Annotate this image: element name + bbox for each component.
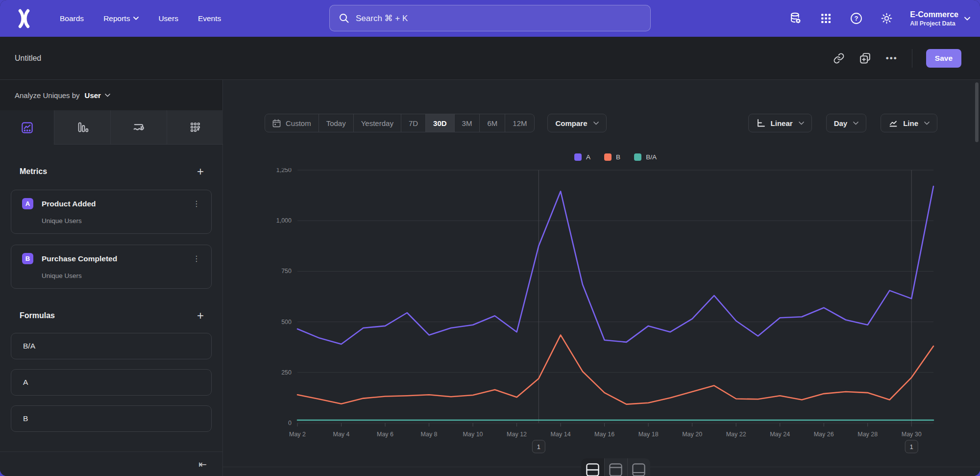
- legend-label: A: [586, 153, 590, 161]
- metric-name: Product Added: [42, 200, 181, 208]
- add-formula-button[interactable]: +: [193, 308, 208, 323]
- tab-funnels[interactable]: [54, 110, 110, 145]
- sidebar-content: Metrics + A Product Added ⋮ Unique Users…: [0, 145, 222, 476]
- range-custom[interactable]: Custom: [265, 114, 318, 132]
- more-options-icon[interactable]: •••: [885, 52, 898, 65]
- analyze-entity-dropdown[interactable]: User: [85, 91, 110, 100]
- search-icon: [339, 13, 349, 24]
- top-nav-bar: Boards Reports Users Events Search ⌘ + K: [0, 0, 980, 37]
- svg-text:500: 500: [281, 319, 292, 326]
- legend-item-a[interactable]: A: [574, 153, 590, 161]
- mixpanel-logo-icon[interactable]: [15, 8, 33, 29]
- chart-type-label: Line: [903, 119, 918, 127]
- linear-axis-icon: [756, 118, 766, 128]
- chart-panel: Custom Today Yesterday 7D 30D 3M 6M 12M …: [223, 80, 980, 476]
- metric-badge: A: [22, 198, 33, 209]
- line-chart-icon: [888, 118, 898, 128]
- duplicate-icon[interactable]: [859, 52, 872, 65]
- svg-text:0: 0: [288, 420, 292, 426]
- search-placeholder: Search ⌘ + K: [356, 13, 408, 24]
- scrollbar-thumb[interactable]: [975, 82, 979, 142]
- nav-users[interactable]: Users: [150, 9, 186, 28]
- nav-boards[interactable]: Boards: [52, 9, 92, 28]
- retention-dots-icon: [189, 121, 202, 134]
- nav-reports[interactable]: Reports: [96, 9, 147, 28]
- analyze-entity-value: User: [85, 91, 101, 100]
- sidebar-footer: ⇤: [0, 451, 222, 476]
- settings-gear-icon[interactable]: [880, 12, 893, 25]
- chevron-down-icon: [593, 122, 599, 125]
- legend-item-b[interactable]: B: [604, 153, 620, 161]
- nav-label: Reports: [103, 14, 130, 23]
- interval-label: Day: [834, 119, 848, 127]
- top-right-actions: ? E-Commerce All Project Data: [788, 0, 970, 37]
- save-button[interactable]: Save: [926, 49, 961, 68]
- tab-insights[interactable]: [0, 110, 54, 145]
- report-type-tabs: [0, 110, 222, 145]
- scale-dropdown[interactable]: Linear: [748, 114, 812, 132]
- chevron-down-icon: [924, 122, 930, 125]
- chevron-down-icon: [105, 94, 110, 97]
- chart-legend: ABB/A: [297, 153, 933, 161]
- range-30d[interactable]: 30D: [425, 114, 454, 132]
- metrics-section-title: Metrics: [20, 167, 47, 176]
- formula-card[interactable]: B/A: [11, 333, 212, 359]
- metric-options-icon[interactable]: ⋮: [190, 254, 203, 263]
- legend-item-b-a[interactable]: B/A: [634, 153, 657, 161]
- metric-name: Purchase Completed: [42, 254, 181, 263]
- metric-options-icon[interactable]: ⋮: [190, 199, 203, 208]
- line-chart[interactable]: 02505007501,0001,250May 2May 4May 6May 8…: [223, 168, 980, 467]
- range-12m[interactable]: 12M: [505, 114, 534, 132]
- svg-text:1: 1: [537, 443, 540, 451]
- range-today[interactable]: Today: [318, 114, 353, 132]
- nav-label: Boards: [60, 14, 84, 23]
- svg-text:May 24: May 24: [770, 431, 790, 438]
- chart-type-dropdown[interactable]: Line: [881, 114, 937, 132]
- svg-text:May 22: May 22: [726, 431, 746, 438]
- range-yesterday[interactable]: Yesterday: [353, 114, 401, 132]
- project-scope: All Project Data: [910, 20, 958, 27]
- collapse-sidebar-icon[interactable]: ⇤: [198, 458, 207, 470]
- nav-events[interactable]: Events: [190, 9, 229, 28]
- metric-aggregation[interactable]: Unique Users: [42, 272, 203, 279]
- svg-text:May 10: May 10: [463, 431, 483, 438]
- range-7d[interactable]: 7D: [401, 114, 425, 132]
- svg-text:May 2: May 2: [289, 431, 306, 438]
- interval-dropdown[interactable]: Day: [826, 114, 867, 132]
- range-6m[interactable]: 6M: [479, 114, 505, 132]
- svg-text:May 14: May 14: [551, 431, 571, 438]
- app-window: Boards Reports Users Events Search ⌘ + K: [0, 0, 980, 476]
- formula-card[interactable]: A: [11, 369, 212, 396]
- copy-link-icon[interactable]: [833, 52, 845, 65]
- calendar-icon: [272, 119, 281, 128]
- tab-retention[interactable]: [167, 110, 223, 145]
- project-switcher[interactable]: E-Commerce All Project Data: [910, 10, 970, 27]
- svg-text:May 8: May 8: [421, 431, 438, 438]
- search-input[interactable]: Search ⌘ + K: [329, 5, 651, 31]
- metric-aggregation[interactable]: Unique Users: [42, 217, 203, 225]
- layout-chart-and-table-button[interactable]: [581, 458, 604, 476]
- svg-text:May 26: May 26: [814, 431, 834, 438]
- svg-text:May 6: May 6: [377, 431, 393, 438]
- compare-button[interactable]: Compare: [547, 114, 606, 132]
- scale-label: Linear: [771, 119, 793, 127]
- add-metric-button[interactable]: +: [193, 164, 208, 179]
- layout-table-only-button[interactable]: [627, 458, 650, 476]
- range-label: 7D: [409, 119, 418, 127]
- svg-text:1,000: 1,000: [276, 217, 292, 224]
- metric-card-product-added[interactable]: A Product Added ⋮ Unique Users: [11, 190, 212, 234]
- formula-card[interactable]: B: [11, 405, 212, 432]
- layout-chart-only-button[interactable]: [604, 458, 627, 476]
- legend-swatch: [634, 153, 641, 161]
- range-label: 30D: [433, 119, 447, 127]
- report-title[interactable]: Untitled: [15, 54, 41, 63]
- tab-flows[interactable]: [110, 110, 167, 145]
- metric-card-purchase-completed[interactable]: B Purchase Completed ⋮ Unique Users: [11, 245, 212, 289]
- apps-grid-icon[interactable]: [819, 12, 833, 25]
- chevron-down-icon: [853, 122, 858, 125]
- chevron-down-icon: [799, 122, 804, 125]
- range-3m[interactable]: 3M: [454, 114, 480, 132]
- help-icon[interactable]: ?: [849, 12, 863, 25]
- svg-text:1: 1: [910, 443, 913, 451]
- data-management-icon[interactable]: [788, 12, 802, 25]
